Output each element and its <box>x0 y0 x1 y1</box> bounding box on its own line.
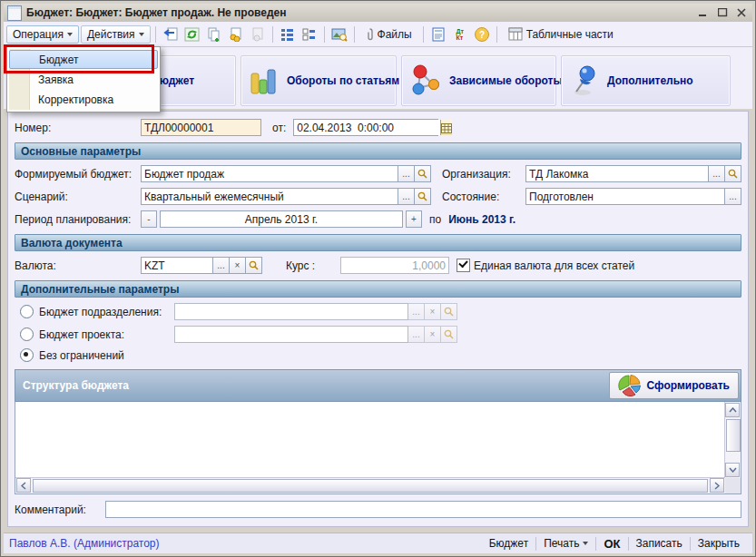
state-ellipsis-button[interactable]: ... <box>725 188 741 205</box>
department-clear-button: × <box>425 303 441 320</box>
report-icon[interactable] <box>428 24 448 44</box>
scenario-state-row: Сценарий: ... Состояние: ... <box>15 188 741 205</box>
department-radio[interactable] <box>20 305 34 318</box>
budget-org-row: Формируемый бюджет: ... Организация: ... <box>15 165 741 182</box>
generate-button[interactable]: Сформировать <box>609 372 739 399</box>
menu-item-budget[interactable]: Бюджет <box>9 50 158 69</box>
number-label: Номер: <box>15 122 141 134</box>
period-minus-button[interactable]: - <box>141 210 157 228</box>
chevron-down-icon <box>583 542 588 545</box>
section-header-additional: Дополнительные параметры <box>15 280 741 298</box>
currency-row: Валюта: ... × Курс : Единая валюта для в… <box>15 257 741 274</box>
rate-label: Курс : <box>262 259 328 272</box>
comment-input[interactable] <box>105 501 741 518</box>
print-button[interactable]: Печать <box>536 533 595 553</box>
period-plus-button[interactable]: + <box>406 210 422 228</box>
tab-dependent-turnover[interactable]: Зависимые обороты <box>401 55 556 106</box>
toolbar-separator <box>496 26 497 43</box>
menu-item-correction[interactable]: Корректировка <box>9 90 158 109</box>
chevron-down-icon <box>139 33 144 36</box>
close-form-button[interactable]: Закрыть <box>691 533 747 553</box>
project-label: Бюджет проекта: <box>39 328 124 341</box>
horizontal-scrollbar[interactable] <box>15 477 725 493</box>
budget-lookup-button[interactable] <box>415 165 431 182</box>
toolbar-separator <box>354 26 355 43</box>
no-limit-label: Без ограничений <box>39 349 124 362</box>
minimize-button[interactable] <box>696 6 711 19</box>
maximize-button[interactable] <box>715 6 730 19</box>
horizontal-scroll-thumb[interactable] <box>33 479 708 493</box>
table-icon <box>508 27 523 41</box>
single-currency-checkbox[interactable] <box>457 259 470 272</box>
comment-label: Комментарий: <box>15 503 105 516</box>
department-radio-row: Бюджет подразделения: ... × <box>15 303 741 320</box>
budget-ellipsis-button[interactable]: ... <box>398 165 415 182</box>
project-radio[interactable] <box>20 327 34 341</box>
no-limit-radio[interactable] <box>20 348 34 362</box>
refresh-icon[interactable] <box>182 24 202 44</box>
project-clear-button: × <box>425 326 441 343</box>
currency-ellipsis-button[interactable]: ... <box>213 257 230 274</box>
post-document-icon[interactable] <box>226 24 246 44</box>
date-input[interactable] <box>294 120 440 135</box>
statusbar-actions: Бюджет Печать ОК Записать Закрыть <box>482 533 747 553</box>
state-label: Состояние: <box>431 191 525 203</box>
currency-label: Валюта: <box>15 259 141 272</box>
vertical-scrollbar[interactable] <box>724 402 741 478</box>
save-button[interactable]: Записать <box>629 533 690 553</box>
budget-structure-area[interactable] <box>15 402 741 494</box>
scenario-ellipsis-button[interactable]: ... <box>398 188 415 205</box>
calendar-button[interactable] <box>440 120 452 135</box>
actions-menu-button[interactable]: Действия <box>81 25 151 44</box>
dt-kt-icon[interactable]: ДтКт <box>450 24 470 44</box>
app-window: Бюджет: Бюджет: Бюджет продаж. Не провед… <box>0 0 756 557</box>
list-settings-icon[interactable] <box>299 24 319 44</box>
budget-input[interactable] <box>141 165 398 182</box>
scrollbar-corner <box>725 478 741 493</box>
image-preview-icon[interactable] <box>329 24 349 44</box>
scenario-input[interactable] <box>141 188 398 205</box>
department-lookup-button <box>441 303 457 320</box>
organization-label: Организация: <box>431 168 525 181</box>
operation-menu-button[interactable]: Операция <box>6 25 79 44</box>
currency-clear-button[interactable]: × <box>230 257 246 274</box>
vertical-scroll-thumb[interactable] <box>726 419 741 452</box>
scroll-right-button[interactable] <box>710 478 724 493</box>
structure-list-icon[interactable] <box>278 24 298 44</box>
tab-turnover-by-items[interactable]: Обороты по статьям <box>241 55 397 106</box>
project-input[interactable] <box>174 326 408 343</box>
period-row: Период планирования: - + по Июнь 2013 г. <box>15 210 741 228</box>
currency-lookup-button[interactable] <box>246 257 262 274</box>
department-input[interactable] <box>174 303 408 320</box>
organization-ellipsis-button[interactable]: ... <box>709 165 725 182</box>
reread-document-icon[interactable] <box>161 24 181 44</box>
current-user: Павлов А.В. (Администратор) <box>9 537 482 550</box>
files-button[interactable]: Файлы <box>359 25 418 44</box>
scroll-up-button[interactable] <box>725 403 740 417</box>
scenario-lookup-button[interactable] <box>415 188 431 205</box>
tabular-parts-button[interactable]: Табличные части <box>502 25 620 44</box>
period-input[interactable] <box>160 210 403 228</box>
operation-dropdown-menu: Бюджет Заявка Корректировка <box>6 46 161 112</box>
budget-action-button[interactable]: Бюджет <box>482 533 535 553</box>
section-header-currency: Валюта документа <box>15 234 741 251</box>
currency-input[interactable] <box>141 257 213 274</box>
tab-additional[interactable]: Дополнительно <box>561 55 731 106</box>
menu-item-request[interactable]: Заявка <box>9 70 158 89</box>
copy-document-icon[interactable] <box>204 24 224 44</box>
svg-text:?: ? <box>479 30 485 40</box>
organization-input[interactable] <box>525 165 709 182</box>
organization-lookup-button[interactable] <box>725 165 741 182</box>
help-icon[interactable]: ? <box>472 24 492 44</box>
scroll-left-button[interactable] <box>16 478 31 493</box>
form-panel: Номер: от: Основные параметры Формируемы… <box>7 111 749 527</box>
number-input[interactable] <box>141 119 261 136</box>
department-ellipsis-button: ... <box>408 303 425 320</box>
scroll-down-button[interactable] <box>725 463 740 477</box>
ok-button[interactable]: ОК <box>596 533 627 553</box>
toolbar: Операция Действия <box>4 22 752 47</box>
rate-input <box>340 257 449 274</box>
close-button[interactable] <box>734 6 749 19</box>
no-limit-radio-row: Без ограничений <box>15 348 741 362</box>
state-input[interactable] <box>525 188 725 205</box>
